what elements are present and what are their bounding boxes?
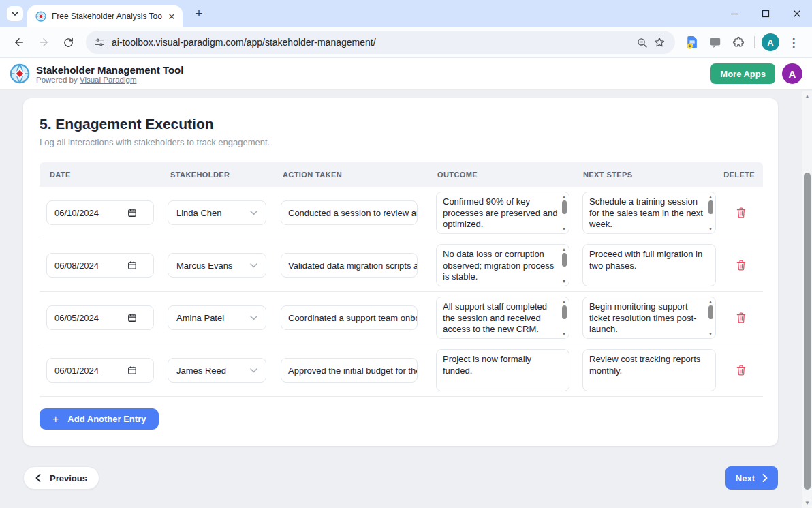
date-input[interactable]: 06/08/2024 [46,253,154,278]
back-button[interactable] [10,33,29,52]
date-value: 06/10/2024 [54,208,99,218]
textarea-scrollbar[interactable]: ▲▼ [561,299,567,336]
trash-icon [736,259,747,271]
app-title-block: Stakeholder Management Tool Powered by V… [36,64,183,84]
delete-cell [719,257,763,273]
action-taken-cell: Conducted a session to review and [281,200,436,225]
bookmark-star-icon[interactable] [651,33,668,51]
tab-search-button[interactable] [7,6,23,21]
extensions-puzzle-icon[interactable] [729,33,748,52]
date-value: 06/01/2024 [54,365,99,376]
date-input[interactable]: 06/01/2024 [46,358,154,383]
table-row: 06/01/2024 James Reed Approved the initi… [40,344,763,397]
add-another-entry-button[interactable]: + Add Another Entry [40,408,159,430]
delete-cell [719,205,763,221]
next-steps-textarea[interactable]: Begin monitoring support ticket resoluti… [582,297,716,339]
next-steps-cell: Review cost tracking reports monthly. ▲▼ [582,349,719,391]
engagement-table: DATE STAKEHOLDER ACTION TAKEN OUTCOME NE… [40,162,763,397]
stakeholder-value: James Reed [176,365,226,376]
minimize-button[interactable] [729,8,740,19]
stakeholder-select[interactable]: Amina Patel [168,305,266,330]
forward-button[interactable] [34,33,53,52]
browser-tab[interactable]: Free Stakeholder Analysis Tool | ✕ [27,5,183,27]
action-taken-input[interactable]: Validated data migration scripts ar [281,253,418,278]
scroll-up-icon[interactable]: ▲ [802,93,812,100]
next-steps-cell: Begin monitoring support ticket resoluti… [582,297,719,339]
delete-cell [719,310,763,326]
col-header-delete: DELETE [719,170,763,179]
tab-title: Free Stakeholder Analysis Tool | [52,12,162,21]
new-tab-button[interactable]: + [192,7,206,20]
chat-extension-icon[interactable] [706,33,725,52]
action-taken-input[interactable]: Approved the initial budget for the [281,358,418,383]
action-taken-value: Coordinated a support team onbo [288,313,418,323]
chevron-left-icon [35,474,41,482]
table-body: 06/10/2024 Linda Chen Conducted a sessio… [40,187,763,397]
action-taken-input[interactable]: Conducted a session to review and [281,200,418,225]
site-favicon-icon [35,11,46,22]
maximize-button[interactable] [760,8,771,19]
window-controls [729,0,802,27]
stakeholder-select[interactable]: James Reed [168,358,266,383]
trash-icon [736,312,747,324]
next-steps-textarea[interactable]: Schedule a training session for the sale… [582,192,716,234]
user-avatar[interactable]: A [782,63,802,84]
outcome-textarea[interactable]: Project is now formally funded. ▲▼ [436,349,569,391]
calendar-icon[interactable] [127,365,137,375]
outcome-textarea[interactable]: Confirmed 90% of key processes are prese… [436,192,569,234]
browser-profile-avatar[interactable]: A [762,33,779,51]
previous-label: Previous [50,473,87,483]
next-steps-cell: Schedule a training session for the sale… [582,192,719,234]
action-taken-input[interactable]: Coordinated a support team onbo [281,305,418,330]
next-steps-textarea[interactable]: Proceed with full migration in two phase… [582,244,716,286]
delete-entry-button[interactable] [733,257,749,273]
browser-menu-icon[interactable]: ⋮ [784,33,803,52]
stakeholder-cell: Marcus Evans [168,253,281,278]
scroll-down-icon[interactable]: ▼ [802,500,812,506]
calendar-icon[interactable] [127,260,137,270]
scrollbar-thumb[interactable] [804,173,811,490]
delete-cell [719,362,763,378]
next-label: Next [736,473,755,483]
delete-entry-button[interactable] [733,310,749,326]
date-input[interactable]: 06/05/2024 [46,305,154,330]
textarea-scrollbar[interactable]: ▲▼ [707,194,714,231]
page-scrollbar[interactable]: ▲ ▼ [802,91,812,508]
stakeholder-cell: Amina Patel [168,305,281,330]
next-button[interactable]: Next [725,466,778,490]
calendar-icon[interactable] [127,313,137,323]
add-another-entry-label: Add Another Entry [67,414,146,424]
delete-entry-button[interactable] [733,362,749,378]
chevron-down-icon [250,316,257,320]
close-window-button[interactable] [792,8,802,19]
outcome-value: Project is now formally funded. [443,354,531,376]
stakeholder-value: Amina Patel [176,313,224,323]
visual-paradigm-link[interactable]: Visual Paradigm [80,76,137,84]
document-extension-icon[interactable] [683,33,702,52]
col-header-stakeholder: STAKEHOLDER [168,170,281,179]
textarea-scrollbar[interactable]: ▲▼ [707,299,714,336]
textarea-scrollbar[interactable]: ▲▼ [561,247,567,284]
date-cell: 06/01/2024 [40,358,168,383]
stakeholder-select[interactable]: Marcus Evans [168,253,266,278]
outcome-textarea[interactable]: No data loss or corruption observed; mig… [436,244,569,286]
outcome-cell: All support staff completed the session … [436,297,582,339]
more-apps-button[interactable]: More Apps [710,63,775,84]
reload-button[interactable] [59,33,78,52]
trash-icon [736,207,747,219]
date-cell: 06/05/2024 [40,305,168,330]
zoom-icon[interactable] [633,33,651,51]
outcome-textarea[interactable]: All support staff completed the session … [436,297,569,339]
previous-button[interactable]: Previous [23,466,99,490]
delete-entry-button[interactable] [733,205,749,221]
col-header-next-steps: NEXT STEPS [582,170,719,179]
tab-close-icon[interactable]: ✕ [166,11,177,22]
next-steps-textarea[interactable]: Review cost tracking reports monthly. ▲▼ [582,349,716,391]
textarea-scrollbar[interactable]: ▲▼ [561,194,567,231]
date-input[interactable]: 06/10/2024 [46,200,154,225]
site-settings-icon[interactable] [94,37,105,48]
address-bar[interactable]: ai-toolbox.visual-paradigm.com/app/stake… [86,31,675,54]
url-text[interactable]: ai-toolbox.visual-paradigm.com/app/stake… [112,37,633,48]
calendar-icon[interactable] [127,208,137,218]
stakeholder-select[interactable]: Linda Chen [168,200,266,225]
